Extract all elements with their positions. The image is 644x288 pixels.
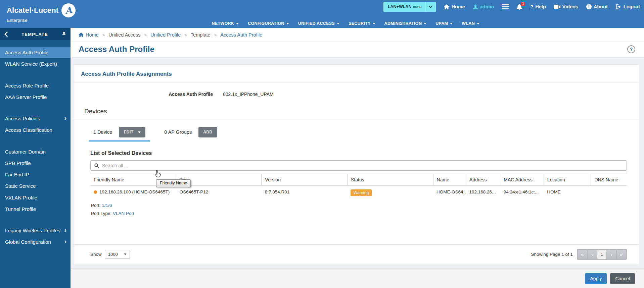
nav-item-network[interactable]: NETWORK	[212, 21, 239, 26]
sidebar-item-global-configuration[interactable]: Global Configuration›	[0, 236, 71, 248]
breadcrumb-template[interactable]: Template	[191, 32, 211, 38]
sidebar-item-access-classification[interactable]: Access Classification	[0, 124, 71, 136]
tooltip: Friendly Name	[156, 179, 191, 187]
sidebar-header: TEMPLATE	[0, 28, 71, 40]
nav-item-configuration[interactable]: CONFIGURATION	[248, 21, 289, 26]
cell-dns-name	[591, 186, 627, 199]
videos-link[interactable]: Videos	[554, 4, 578, 9]
caret-down-icon	[337, 23, 339, 24]
show-label: Show	[90, 252, 102, 257]
pin-button[interactable]	[62, 32, 66, 37]
user-icon	[473, 4, 478, 9]
profile-field-value: 802.1x_IPPhone_UPAM	[223, 92, 274, 97]
brand: Alcatel·Lucent A Enterprise	[7, 3, 76, 23]
current-page[interactable]: 1	[597, 250, 606, 259]
port-type-link[interactable]: VLAN Port	[113, 211, 134, 216]
column-location[interactable]: Location	[544, 174, 591, 186]
port-link[interactable]: 1/1/6	[102, 203, 112, 208]
pagination: Showing Page 1 of 1 « ‹ 1 › »	[531, 249, 627, 260]
main-nav: NETWORK CONFIGURATION UNIFIED ACCESS SEC…	[212, 21, 479, 26]
nav-item-upam[interactable]: UPAM	[435, 21, 453, 26]
column-version[interactable]: Version	[262, 174, 348, 186]
prev-page-button[interactable]: ‹	[588, 250, 597, 259]
table-row[interactable]: 192.168.26.100 (HOME-OS6465T) OS6465T-P1…	[90, 186, 627, 199]
breadcrumb: Home > Unified Access > Unified Profile …	[71, 28, 644, 42]
breadcrumb-unified-profile[interactable]: Unified Profile	[150, 32, 181, 38]
breadcrumb-unified-access[interactable]: Unified Access	[108, 32, 140, 38]
caret-down-icon	[138, 131, 141, 133]
caret-down-icon	[124, 253, 127, 255]
search-input[interactable]	[102, 163, 623, 168]
column-name[interactable]: Name	[433, 174, 466, 186]
page-help-button[interactable]: ?	[627, 45, 635, 53]
apply-button[interactable]: Apply	[585, 273, 607, 284]
port-label: Port:	[91, 203, 101, 208]
sidebar-item-tunnel-profile[interactable]: Tunnel Profile	[0, 204, 71, 215]
about-link[interactable]: About	[586, 4, 608, 9]
brand-tagline: Enterprise	[7, 18, 76, 23]
sidebar-item-spb-profile[interactable]: SPB Profile	[0, 158, 71, 169]
add-button[interactable]: ADD	[198, 127, 217, 137]
nav-item-unified-access[interactable]: UNIFIED ACCESS	[298, 21, 339, 26]
home-link[interactable]: Home	[444, 4, 465, 9]
cell-name: HOME-OS64...	[433, 186, 466, 199]
first-page-button[interactable]: «	[578, 250, 587, 259]
search-box	[90, 160, 627, 171]
last-page-button[interactable]: »	[617, 250, 626, 259]
next-page-button[interactable]: ›	[607, 250, 616, 259]
devices-heading: Devices	[74, 108, 639, 119]
user-menu[interactable]: admin	[473, 4, 494, 9]
home-label: Home	[451, 4, 465, 9]
tab-ap-groups-label[interactable]: 0 AP Groups	[164, 129, 192, 135]
info-icon	[586, 4, 592, 9]
notifications-button[interactable]: 1	[517, 4, 522, 10]
sidebar-item-wlan-service-expert[interactable]: WLAN Service (Expert)	[0, 58, 71, 70]
context-menu-button[interactable]: LAN+WLAN menu	[383, 2, 436, 12]
video-icon	[554, 5, 560, 9]
sidebar-item-far-end-ip[interactable]: Far End IP	[0, 169, 71, 180]
tab-devices-label[interactable]: 1 Device	[93, 129, 112, 135]
column-address[interactable]: Address	[466, 174, 500, 186]
chevron-right-icon: ›	[64, 114, 66, 122]
sidebar-collapse-button[interactable]	[4, 32, 8, 37]
sidebar-item-vxlan-profile[interactable]: VXLAN Profile	[0, 192, 71, 204]
caret-down-icon	[424, 23, 426, 24]
sidebar-item-legacy-wireless-profiles[interactable]: Legacy Wireless Profiles›	[0, 225, 71, 236]
sidebar-item-access-role-profile[interactable]: Access Role Profile	[0, 80, 71, 92]
home-icon	[444, 4, 449, 9]
sidebar-item-customer-domain[interactable]: Customer Domain	[0, 146, 71, 158]
page-size-select[interactable]: 1000	[105, 250, 130, 259]
help-link[interactable]: ? Help	[530, 4, 546, 9]
nav-item-administration[interactable]: ADMINISTRATION	[384, 21, 427, 26]
column-mac-address[interactable]: MAC Address	[500, 174, 544, 186]
row-detail: Port: 1/1/6 Port Type: VLAN Port	[91, 200, 627, 244]
devices-tabs: 1 Device EDIT 0 AP Groups ADD	[89, 126, 639, 141]
edit-button[interactable]: EDIT	[119, 127, 145, 137]
logout-label: Logout	[624, 4, 640, 9]
sidebar-item-access-policies[interactable]: Access Policies›	[0, 113, 71, 124]
chevron-left-icon	[4, 32, 8, 37]
cell-type: OS6465T-P12	[176, 186, 262, 199]
list-menu-button[interactable]	[502, 4, 509, 9]
column-status[interactable]: Status	[347, 174, 433, 186]
logout-link[interactable]: Logout	[616, 4, 640, 9]
top-header: Alcatel·Lucent A Enterprise LAN+WLAN men…	[0, 0, 644, 28]
devices-table-zone: Friendly Name Type Version Status Name A…	[90, 160, 627, 199]
sidebar-item-aaa-server-profile[interactable]: AAA Server Profile	[0, 92, 71, 103]
context-menu-label: LAN+WLAN	[388, 4, 411, 9]
sidebar-title: TEMPLATE	[21, 32, 48, 37]
column-dns-name[interactable]: DNS Name	[591, 174, 627, 186]
cell-location: HOME	[544, 186, 591, 199]
sidebar-item-static-service[interactable]: Static Service	[0, 180, 71, 192]
about-label: About	[594, 4, 608, 9]
videos-label: Videos	[562, 4, 578, 9]
list-icon	[502, 4, 509, 9]
sidebar: TEMPLATE Access Auth Profile WLAN Servic…	[0, 28, 71, 288]
nav-item-security[interactable]: SECURITY	[349, 21, 375, 26]
cancel-button[interactable]: Cancel	[610, 273, 635, 284]
sidebar-item-access-auth-profile[interactable]: Access Auth Profile	[0, 47, 71, 58]
nav-item-wlan[interactable]: WLAN	[462, 21, 479, 26]
breadcrumb-home[interactable]: Home	[79, 32, 99, 38]
cell-mac-address: 94:24:e1:46:1c:...	[500, 186, 544, 199]
breadcrumb-separator: >	[102, 33, 105, 38]
